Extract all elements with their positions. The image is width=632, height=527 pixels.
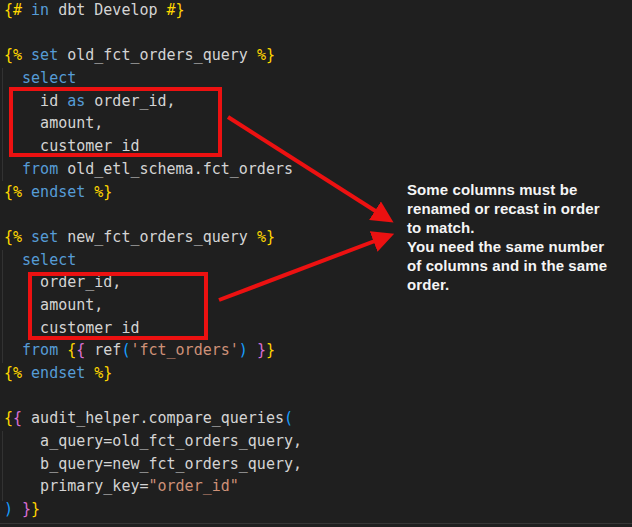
code-token: #} [167,1,185,19]
code-line: select [4,67,302,90]
code-token: a_query=old_fct_orders_query, [4,432,302,450]
code-line: order_id, [4,271,302,294]
annotation-note: Some columns must be renamed or recast i… [407,180,632,294]
code-editor-content[interactable]: {# in dbt Develop #}{% set old_fct_order… [4,0,302,521]
code-token: ref [85,341,121,359]
indent-guide [2,250,3,363]
code-token: ) [239,341,248,359]
code-token [22,46,31,64]
code-token [85,364,94,382]
code-token: {% [4,183,22,201]
code-token: from [22,341,58,359]
code-line: {% set old_fct_orders_query %} [4,44,302,67]
code-token: %} [257,228,275,246]
code-token: {# [4,1,22,19]
code-token: } [266,341,275,359]
code-token [22,1,31,19]
indent-guide [2,68,3,181]
code-token: customer_id [4,319,139,337]
code-token [4,69,22,87]
annotation-line: to match. [407,218,632,237]
code-token: endset [31,183,85,201]
code-line: id as order_id, [4,90,302,113]
annotation-line: Some columns must be [407,180,632,199]
code-token [22,228,31,246]
code-line: {% set new_fct_orders_query %} [4,226,302,249]
code-token: order_id, [4,273,121,291]
code-line: select [4,249,302,272]
annotation-line: of columns and in the same [407,256,632,275]
code-token: in [31,1,49,19]
code-line: from {{ ref('fct_orders') }} [4,339,302,362]
code-token: set [31,46,58,64]
code-token: {% [4,228,22,246]
code-token: { [67,341,76,359]
code-token: ( [284,409,293,427]
code-token [58,341,67,359]
code-token: dbt Develop [49,1,166,19]
code-token: } [22,500,31,518]
code-token: id [4,92,67,110]
code-token: old_fct_orders_query [58,46,257,64]
code-line: amount, [4,112,302,135]
code-token [248,341,257,359]
code-token: %} [257,46,275,64]
code-line [4,203,302,226]
code-line [4,22,302,45]
code-token: { [4,409,13,427]
code-token: {% [4,364,22,382]
code-line: from old_etl_schema.fct_orders [4,158,302,181]
code-token: %} [94,183,112,201]
code-token [4,160,22,178]
annotation-line: You need the same number [407,237,632,256]
code-token: from [22,160,58,178]
code-token: ) [4,500,13,518]
code-line: {% endset %} [4,362,302,385]
code-token: old_etl_schema.fct_orders [58,160,293,178]
code-line: {% endset %} [4,181,302,204]
code-token: { [13,409,22,427]
code-token: audit_helper.compare_queries [22,409,284,427]
indent-guide [2,431,3,501]
code-token [4,251,22,269]
code-token: new_fct_orders_query [58,228,257,246]
code-token: %} [94,364,112,382]
code-token [4,341,22,359]
code-token [22,183,31,201]
code-token: } [31,500,40,518]
annotation-line: renamed or recast in order [407,199,632,218]
code-token: amount, [4,114,103,132]
code-token: amount, [4,296,103,314]
code-token: "order_id" [149,477,239,495]
code-line: {{ audit_helper.compare_queries( [4,407,302,430]
code-token: endset [31,364,85,382]
code-line [4,385,302,408]
code-line: ) }} [4,498,302,521]
code-line: customer_id [4,135,302,158]
code-token [13,500,22,518]
code-line: primary_key="order_id" [4,475,302,498]
code-token: select [22,69,76,87]
code-token [85,183,94,201]
code-token: as [67,92,85,110]
code-line: b_query=new_fct_orders_query, [4,453,302,476]
code-token: b_query=new_fct_orders_query, [4,455,302,473]
code-token [22,364,31,382]
code-line: a_query=old_fct_orders_query, [4,430,302,453]
code-token: primary_key= [4,477,149,495]
annotation-line: order. [407,275,632,294]
code-token: {% [4,46,22,64]
editor-bottom-edge [0,523,632,524]
code-line: {# in dbt Develop #} [4,0,302,22]
code-token: select [22,251,76,269]
code-editor-screenshot: {# in dbt Develop #}{% set old_fct_order… [0,0,632,527]
code-line: amount, [4,294,302,317]
code-token: } [257,341,266,359]
code-token: { [76,341,85,359]
code-token: 'fct_orders' [130,341,238,359]
code-token: order_id, [85,92,175,110]
code-token: customer_id [4,137,139,155]
code-token: set [31,228,58,246]
code-line: customer_id [4,317,302,340]
